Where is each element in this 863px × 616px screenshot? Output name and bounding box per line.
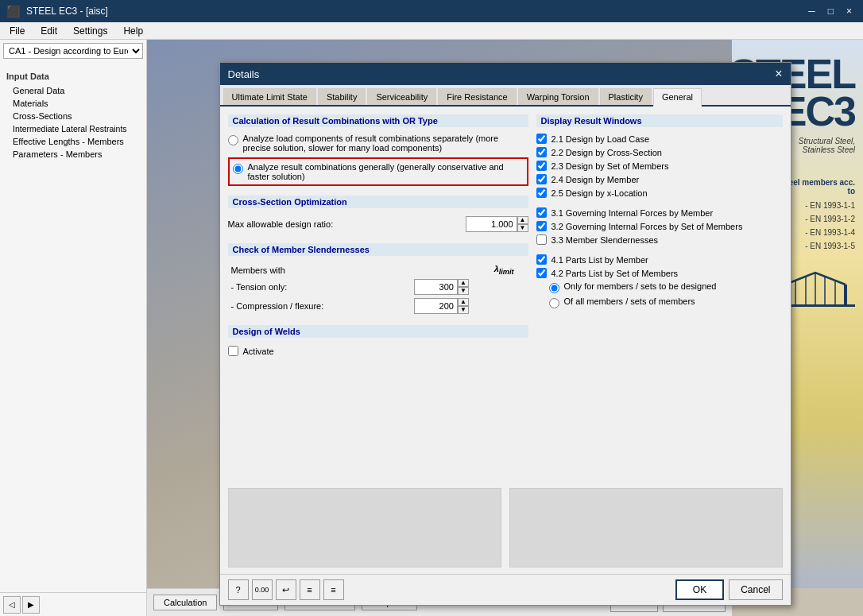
radio-only-members-label: Only for members / sets to be designed bbox=[564, 281, 717, 291]
max-ratio-spin-down[interactable]: ▼ bbox=[517, 224, 528, 232]
dialog-cancel-btn[interactable]: Cancel bbox=[729, 579, 782, 600]
minimize-btn[interactable]: ─ bbox=[803, 6, 820, 17]
sidebar-item-materials[interactable]: Materials bbox=[0, 97, 146, 110]
compression-spin-up[interactable]: ▲ bbox=[458, 298, 469, 306]
radio2-row: Analyze result combinations generally (g… bbox=[233, 162, 524, 181]
tab-stability[interactable]: Stability bbox=[318, 88, 366, 105]
radio-separate[interactable] bbox=[228, 135, 238, 145]
radio-all-members-btn[interactable] bbox=[549, 298, 559, 308]
display-title: Display Result Windows bbox=[541, 116, 642, 126]
check-24-box[interactable] bbox=[536, 174, 547, 184]
menu-settings[interactable]: Settings bbox=[67, 24, 114, 38]
tab-serviceability[interactable]: Serviceability bbox=[367, 88, 436, 105]
menu-help[interactable]: Help bbox=[117, 24, 149, 38]
welds-section-header: Design of Welds bbox=[228, 325, 528, 338]
dialog-close-btn[interactable]: × bbox=[775, 68, 782, 80]
radio2-label: Analyze result combinations generally (g… bbox=[248, 162, 524, 181]
tab-ultimate-limit-state[interactable]: Ultimate Limit State bbox=[223, 88, 316, 105]
check-42-box[interactable] bbox=[536, 268, 547, 278]
check-31-label: 3.1 Governing Internal Forces by Member bbox=[551, 208, 714, 218]
radio1-row: Analyze load components of result combin… bbox=[228, 134, 528, 153]
check-24: 2.4 Design by Member bbox=[536, 174, 783, 184]
tension-label: - Tension only: bbox=[228, 277, 401, 296]
tab-plasticity[interactable]: Plasticity bbox=[600, 88, 652, 105]
sidebar-item-parameters[interactable]: Parameters - Members bbox=[0, 148, 146, 161]
radio-only-members-btn[interactable] bbox=[549, 283, 559, 293]
dlg-undo-btn[interactable]: ↩ bbox=[276, 579, 296, 600]
window-title: STEEL EC3 - [aisc] bbox=[26, 6, 108, 17]
activate-checkbox[interactable] bbox=[228, 346, 238, 356]
check-32-box[interactable] bbox=[536, 221, 547, 231]
members-with-label: Members with bbox=[228, 262, 401, 277]
toolbar-btn-2[interactable]: ▶ bbox=[22, 596, 40, 614]
radio-generally[interactable] bbox=[233, 164, 243, 174]
compression-input[interactable] bbox=[414, 298, 458, 314]
check-41: 4.1 Parts List by Member bbox=[536, 254, 783, 265]
check-21: 2.1 Design by Load Case bbox=[536, 134, 783, 144]
dialog-title: Details bbox=[228, 68, 260, 80]
menu-edit[interactable]: Edit bbox=[34, 24, 64, 38]
check-22-label: 2.2 Design by Cross-Section bbox=[551, 148, 662, 157]
check-31: 3.1 Governing Internal Forces by Member bbox=[536, 207, 783, 218]
tension-input-wrap: ▲ ▼ bbox=[414, 279, 514, 295]
radio2-selected-box: Analyze result combinations generally (g… bbox=[228, 157, 528, 186]
check-33: 3.3 Member Slendernesses bbox=[536, 234, 783, 245]
check-42-label: 4.2 Parts List by Set of Members bbox=[551, 269, 679, 278]
check-25: 2.5 Design by x-Location bbox=[536, 188, 783, 198]
toolbar-btn-1[interactable]: ◁ bbox=[3, 596, 21, 614]
dlg-list-btn2[interactable]: ≡ bbox=[323, 579, 344, 600]
compression-spin-down[interactable]: ▼ bbox=[458, 306, 469, 314]
right-bg: STEELEC3 Structural Steel, Stainless Ste… bbox=[147, 40, 863, 616]
sidebar-item-effective-lengths[interactable]: Effective Lengths - Members bbox=[0, 135, 146, 148]
dialog-content: Calculation of Result Combinations with … bbox=[220, 107, 791, 488]
check-23-box[interactable] bbox=[536, 161, 547, 171]
dialog-left-column: Calculation of Result Combinations with … bbox=[228, 114, 528, 480]
lambda-limit-header: λlimit bbox=[411, 262, 517, 277]
check-33-box[interactable] bbox=[536, 234, 547, 245]
check-21-box[interactable] bbox=[536, 134, 547, 144]
dialog-bottom-bar: ? 0.00 ↩ ≡ ≡ OK Cancel bbox=[220, 574, 791, 605]
activate-row: Activate bbox=[228, 346, 528, 356]
dlg-zero-btn[interactable]: 0.00 bbox=[252, 579, 273, 600]
check-25-box[interactable] bbox=[536, 188, 547, 198]
tension-input[interactable] bbox=[414, 279, 458, 295]
check-22-box[interactable] bbox=[536, 147, 547, 157]
gray-box-left bbox=[228, 488, 501, 568]
dialog-tool-buttons: ? 0.00 ↩ ≡ ≡ bbox=[228, 579, 344, 600]
details-dialog: Details × Ultimate Limit State Stability… bbox=[219, 62, 791, 606]
dlg-help-btn[interactable]: ? bbox=[228, 579, 249, 600]
gray-areas bbox=[228, 488, 783, 568]
max-ratio-input[interactable] bbox=[466, 216, 517, 232]
dlg-list-btn1[interactable]: ≡ bbox=[300, 579, 320, 600]
design-case-dropdown[interactable]: CA1 - Design according to Euro... bbox=[3, 43, 143, 59]
sidebar-item-intermediate-lateral[interactable]: Intermediate Lateral Restraints bbox=[0, 122, 146, 135]
check-21-label: 2.1 Design by Load Case bbox=[551, 134, 650, 144]
sidebar-item-cross-sections[interactable]: Cross-Sections bbox=[0, 110, 146, 122]
dialog-ok-btn[interactable]: OK bbox=[675, 579, 724, 600]
dialog-right-column: Display Result Windows 2.1 Design by Loa… bbox=[536, 114, 783, 480]
tab-general[interactable]: General bbox=[653, 88, 702, 107]
check-41-box[interactable] bbox=[536, 254, 547, 265]
calc-section-title: Calculation of Result Combinations with … bbox=[233, 116, 438, 126]
left-panel-toolbar: ◁ ▶ bbox=[0, 592, 146, 616]
menu-file[interactable]: File bbox=[3, 24, 31, 38]
slender-title: Check of Member Slendernesses bbox=[233, 245, 370, 254]
maximize-btn[interactable]: □ bbox=[823, 6, 838, 17]
compression-label: - Compression / flexure: bbox=[228, 296, 401, 316]
tension-spin-down[interactable]: ▼ bbox=[458, 287, 469, 295]
window-close-btn[interactable]: × bbox=[842, 6, 857, 17]
tension-spin-up[interactable]: ▲ bbox=[458, 279, 469, 287]
radio-all-members: Of all members / sets of members bbox=[549, 296, 783, 308]
dialog-overlay: Details × Ultimate Limit State Stability… bbox=[147, 79, 863, 588]
calc-section-header: Calculation of Result Combinations with … bbox=[228, 114, 528, 127]
max-ratio-spin-up[interactable]: ▲ bbox=[517, 216, 528, 224]
sidebar-item-general-data[interactable]: General Data bbox=[0, 84, 146, 97]
tab-warping-torsion[interactable]: Warping Torsion bbox=[518, 88, 598, 105]
max-ratio-label: Max allowable design ratio: bbox=[228, 219, 461, 229]
tab-fire-resistance[interactable]: Fire Resistance bbox=[438, 88, 516, 105]
check-31-box[interactable] bbox=[536, 207, 547, 218]
display-section-header: Display Result Windows bbox=[536, 114, 783, 127]
menu-bar: File Edit Settings Help bbox=[0, 22, 863, 40]
dialog-ok-cancel: OK Cancel bbox=[675, 579, 783, 600]
calculation-btn[interactable]: Calculation bbox=[153, 595, 217, 610]
